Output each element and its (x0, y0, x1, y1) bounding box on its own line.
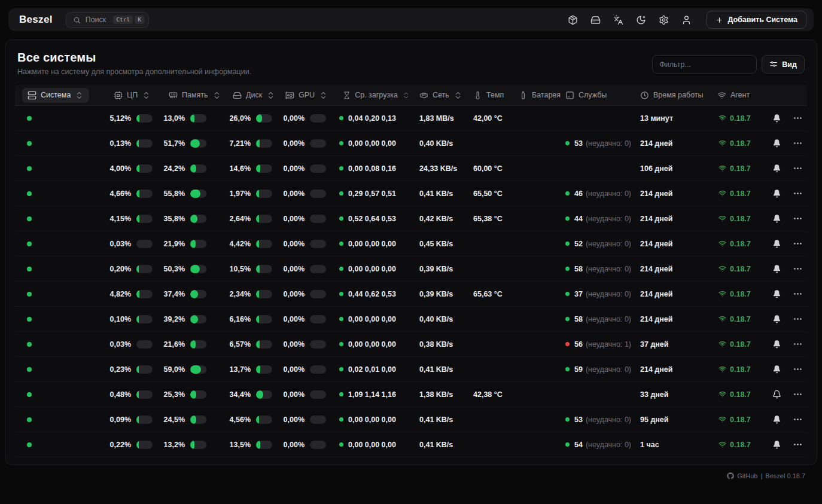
col-header-gpu[interactable]: GPU (278, 91, 332, 100)
row-menu-button[interactable] (787, 138, 808, 148)
uptime-cell: 1 час (640, 441, 709, 449)
alerts-bell-button[interactable] (766, 314, 787, 323)
bell-on-icon (772, 415, 781, 424)
col-header-c3[interactable]: Диск (224, 91, 278, 100)
search-placeholder: Поиск (86, 16, 106, 24)
row-menu-button[interactable] (787, 188, 808, 198)
theme-moon-icon[interactable] (636, 15, 646, 25)
row-menu-button[interactable] (787, 339, 808, 349)
ellipsis-icon (793, 314, 803, 324)
row-menu-button[interactable] (787, 439, 808, 450)
system-row[interactable]: 4,15%35,8%2,64%0,00%0,52 0,64 0,530,42 K… (15, 206, 807, 231)
row-menu-button[interactable] (787, 289, 808, 299)
system-row[interactable]: 0,13%51,7%7,21%0,00%0,00 0,00 0,000,40 K… (15, 131, 807, 156)
alerts-bell-button[interactable] (766, 239, 787, 248)
system-row[interactable]: 0,03%21,9%4,42%0,00%0,00 0,00 0,000,45 K… (15, 231, 807, 256)
top-nav: Beszel Поиск CtrlK Добавить Система (8, 8, 814, 31)
system-row[interactable]: 0,22%13,2%13,5%0,00%0,00 0,00 0,000,41 K… (15, 432, 807, 457)
ellipsis-icon (793, 389, 803, 399)
brand-logo: Beszel (19, 14, 53, 26)
system-row[interactable]: 0,48%25,3%34,4%0,00%1,09 1,14 1,161,38 K… (15, 382, 807, 407)
alerts-bell-button[interactable] (766, 139, 787, 148)
col-header-c6[interactable]: Сеть (410, 91, 464, 100)
usage-meter (190, 240, 206, 248)
services-cell: 37(неудачно: 0) (565, 290, 640, 298)
temp-cell: 65,38 °C (464, 215, 517, 223)
language-icon[interactable] (613, 15, 623, 25)
user-icon[interactable] (681, 15, 692, 25)
github-link[interactable]: GitHub (737, 472, 757, 479)
row-menu-button[interactable] (787, 414, 808, 424)
system-status-dot (27, 367, 32, 372)
alerts-bell-button[interactable] (766, 164, 787, 173)
system-status-dot (27, 141, 32, 146)
usage-meter (190, 265, 206, 273)
alerts-bell-button[interactable] (766, 365, 787, 374)
usage-meter (136, 416, 153, 424)
system-row[interactable]: 4,82%37,4%2,34%0,00%0,44 0,62 0,530,39 K… (15, 282, 807, 307)
alerts-bell-button[interactable] (766, 114, 787, 123)
row-menu-button[interactable] (787, 163, 808, 173)
system-row[interactable]: 0,20%50,3%10,5%0,00%0,00 0,00 0,000,39 K… (15, 256, 807, 282)
services-cell: 58(неудачно: 0) (565, 315, 640, 323)
hard-drive-icon[interactable] (590, 15, 601, 25)
package-icon[interactable] (568, 15, 578, 25)
system-row[interactable]: 5,12%13,0%26,0%0,00%0,04 0,20 0,131,83 M… (15, 106, 807, 131)
clock-icon (640, 91, 649, 100)
row-menu-button[interactable] (787, 389, 808, 399)
services-status-dot (565, 216, 570, 221)
alerts-bell-button[interactable] (766, 340, 787, 349)
view-button[interactable]: Вид (762, 55, 805, 74)
settings-gear-icon[interactable] (659, 15, 669, 25)
ellipsis-icon (793, 439, 803, 450)
services-status-dot (565, 417, 570, 421)
system-row[interactable]: 4,66%55,8%1,97%0,00%0,29 0,57 0,510,41 K… (15, 181, 807, 206)
system-row[interactable]: 4,00%24,2%14,6%0,00%0,00 0,08 0,1624,33 … (15, 156, 807, 181)
sorted-column-pill[interactable]: Система (22, 88, 89, 103)
alerts-bell-button[interactable] (766, 390, 787, 399)
services-status-dot (565, 342, 570, 346)
row-menu-button[interactable] (787, 239, 808, 249)
usage-meter (136, 164, 153, 173)
row-menu-button[interactable] (787, 113, 808, 123)
system-row[interactable]: 0,10%39,2%6,16%0,00%0,00 0,00 0,000,40 K… (15, 307, 807, 332)
row-menu-button[interactable] (787, 364, 808, 374)
system-cell (15, 166, 105, 171)
system-status-dot (27, 166, 32, 171)
uptime-cell: 214 дней (640, 215, 709, 223)
agent-cell: 0.18.7 (709, 416, 766, 424)
row-menu-button[interactable] (787, 314, 808, 324)
battery-icon (519, 91, 528, 100)
col-header-c2[interactable]: Память (159, 91, 224, 100)
kbd-k: K (135, 16, 144, 24)
alerts-bell-button[interactable] (766, 440, 787, 449)
alerts-bell-button[interactable] (766, 189, 787, 198)
col-header-c5[interactable]: Ср. загрузка (332, 91, 410, 100)
row-menu-button[interactable] (787, 264, 808, 274)
system-status-dot (27, 191, 32, 196)
system-row[interactable]: 0,09%24,5%4,56%0,00%0,00 0,00 0,000,41 K… (15, 407, 807, 432)
add-system-button[interactable]: Добавить Система (707, 11, 806, 29)
col-header-c1[interactable]: ЦП (105, 91, 159, 100)
temp-cell: 60,00 °C (464, 164, 517, 173)
search-input[interactable]: Поиск CtrlK (66, 12, 149, 28)
filter-input[interactable] (652, 55, 757, 74)
usage-meter (256, 190, 272, 198)
net-cell: 0,41 KB/s (410, 190, 464, 198)
usage-meter (190, 441, 206, 449)
services-cell: 52(неудачно: 0) (565, 240, 640, 248)
services-status-dot (565, 191, 570, 196)
usage-meter (310, 390, 326, 399)
uptime-cell: 106 дней (640, 164, 709, 173)
col-header-c0[interactable]: Система (15, 88, 105, 103)
row-menu-button[interactable] (787, 213, 808, 224)
alerts-bell-button[interactable] (766, 264, 787, 273)
alerts-bell-button[interactable] (766, 214, 787, 223)
temp-cell: 42,38 °C (464, 390, 517, 399)
sort-icon (402, 91, 410, 100)
system-row[interactable]: 0,23%59,0%13,7%0,00%0,02 0,01 0,000,41 K… (15, 357, 807, 382)
alerts-bell-button[interactable] (766, 289, 787, 298)
alerts-bell-button[interactable] (766, 415, 787, 424)
bell-off-icon (772, 390, 781, 399)
system-row[interactable]: 0,03%21,6%6,57%0,00%0,00 0,00 0,000,38 K… (15, 332, 807, 357)
